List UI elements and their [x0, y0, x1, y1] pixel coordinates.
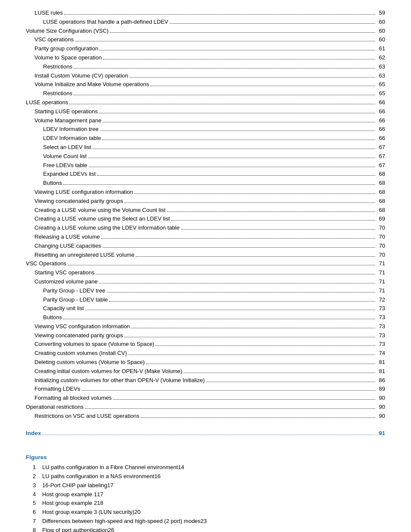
toc-entry-1: LUSE operations that handle a path-defin…: [26, 18, 385, 27]
toc-dots-36: [125, 337, 375, 337]
toc-dots-27: [136, 256, 375, 257]
toc-dots-4: [100, 50, 375, 50]
toc-entry-35: Viewing VSC configuration information 73: [26, 322, 385, 331]
toc-entry-6: Restrictions 63: [26, 62, 385, 72]
figure-text-5: Host group example 3 (LUN security): [42, 508, 134, 517]
toc-page-43: 90: [377, 394, 385, 403]
toc-entry-43: Formatting all blocked volumes 90: [26, 394, 385, 403]
toc-dots-13: [100, 131, 375, 131]
figure-entry-1: 2 LU paths configuration in a NAS enviro…: [26, 472, 385, 481]
toc-page-42: 89: [377, 385, 385, 394]
toc-entry-text-10: LUSE operations: [26, 98, 68, 107]
toc-entry-15: Select an LDEV list 67: [26, 143, 385, 152]
toc-entry-text-3: VSC operations: [34, 35, 74, 44]
toc-page-17: 67: [377, 161, 385, 170]
figure-entry-0: 1 LU paths configuration in a Fibre Chan…: [26, 463, 385, 472]
toc-entry-text-13: LDEV Information tree: [43, 125, 99, 134]
toc-entry-19: Buttons 68: [26, 179, 385, 188]
figure-page-5: 20: [134, 508, 140, 517]
toc-entry-text-19: Buttons: [43, 179, 62, 188]
toc-entry-text-7: Install Custom Volume (CV) operation: [34, 72, 128, 81]
toc-page-32: 72: [377, 296, 385, 305]
toc-dots-38: [128, 355, 375, 355]
toc-entry-12: Volume Management pane 66: [26, 116, 385, 125]
figure-entry-2: 3 16-Port CHIP pair labeling 17: [26, 481, 385, 490]
toc-entry-text-37: Converting volumes to space (Volume to S…: [34, 340, 154, 349]
figure-entry-7: 8 Flow of port authentication 26: [26, 526, 385, 532]
figure-num-2: 3: [33, 481, 40, 490]
toc-page-12: 66: [377, 116, 385, 125]
figures-heading: Figures: [26, 454, 385, 460]
toc-entry-20: Viewing LUSE configuration information 6…: [26, 188, 385, 197]
toc-entry-36: Viewing concatenated parity groups 73: [26, 331, 385, 340]
toc-page-31: 71: [377, 286, 385, 296]
toc-dots-21: [125, 202, 375, 203]
toc-entry-text-33: Capacity unit list: [43, 304, 84, 313]
toc-entry-text-38: Creating custom volumes (Install CV): [34, 349, 127, 358]
toc-entry-9: Restrictions 65: [26, 89, 385, 98]
toc-entry-text-31: Parity Group - LDEV tree: [43, 286, 106, 296]
toc-dots-17: [89, 167, 375, 167]
toc-entry-text-27: Resetting an unregistered LUSE volume: [34, 251, 134, 260]
index-label: Index: [26, 429, 41, 438]
toc-entry-31: Parity Group - LDEV tree 71: [26, 286, 385, 296]
index-dots: [42, 435, 375, 435]
toc-entry-text-0: LUSE rules: [34, 9, 63, 18]
toc-entry-3: VSC operations 60: [26, 35, 385, 44]
figure-entry-6: 7 Differences between high-speed and hig…: [26, 517, 385, 526]
toc-page-2: 60: [377, 27, 385, 36]
toc-entry-37: Converting volumes to space (Volume to S…: [26, 340, 385, 349]
toc-entry-text-40: Creating initial custom volumes for OPEN…: [34, 367, 182, 376]
figure-text-3: Host group example 1: [42, 490, 97, 499]
toc-page-3: 60: [377, 35, 385, 44]
toc-entry-text-12: Volume Management pane: [34, 116, 101, 125]
toc-dots-20: [134, 193, 375, 194]
toc-entry-text-42: Formatting LDEVs: [34, 385, 80, 394]
toc-entry-24: Creating a LUSE volume using the LDEV in…: [26, 224, 385, 233]
toc-entry-text-34: Buttons: [43, 313, 62, 322]
toc-entry-text-14: LDEV Information table: [43, 134, 101, 143]
toc-page-8: 65: [377, 80, 385, 89]
toc-page-38: 74: [377, 349, 385, 358]
toc-dots-14: [102, 140, 375, 140]
toc-page-5: 62: [377, 53, 385, 62]
toc-dots-37: [156, 345, 375, 346]
figure-page-0: 14: [178, 463, 184, 472]
toc-dots-11: [99, 113, 375, 113]
toc-page-25: 70: [377, 233, 385, 242]
toc-page-45: 90: [377, 412, 385, 421]
figure-num-5: 6: [33, 508, 40, 517]
toc-page-1: 60: [377, 18, 385, 27]
toc-entry-text-26: Changing LUSE capacities: [34, 242, 101, 251]
toc-dots-7: [129, 77, 375, 78]
toc-dots-40: [184, 373, 375, 373]
toc-entry-30: Customized volume pane 71: [26, 277, 385, 286]
toc-page-20: 68: [377, 188, 385, 197]
toc-entry-17: Free LDEVs table 67: [26, 161, 385, 170]
toc-page-19: 68: [377, 179, 385, 188]
toc-entry-text-20: Viewing LUSE configuration information: [34, 188, 133, 197]
toc-page-7: 63: [377, 72, 385, 81]
toc-page-13: 66: [377, 125, 385, 134]
toc-entry-text-15: Select an LDEV list: [43, 143, 91, 152]
toc-page-0: 59: [377, 9, 385, 18]
toc-entry-text-16: Volume Count list: [43, 152, 87, 161]
toc-page-6: 63: [377, 62, 385, 72]
toc-page-21: 68: [377, 197, 385, 206]
toc-page-24: 70: [377, 224, 385, 233]
toc-entry-text-1: LUSE operations that handle a path-defin…: [43, 18, 168, 27]
toc-entry-40: Creating initial custom volumes for OPEN…: [26, 367, 385, 376]
toc-entry-8: Volume Initialize and Make Volume operat…: [26, 80, 385, 89]
toc-entry-text-18: Expanded LDEVs list: [43, 170, 96, 179]
index-section: Index 91: [26, 429, 385, 438]
toc-entry-text-35: Viewing VSC configuration information: [34, 322, 130, 331]
toc-page-36: 73: [377, 331, 385, 340]
toc-page-9: 65: [377, 89, 385, 98]
toc-entry-4: Parity group configuration 61: [26, 44, 385, 53]
toc-entry-14: LDEV Information table 66: [26, 134, 385, 143]
index-page: 91: [377, 429, 385, 438]
toc-dots-24: [181, 229, 375, 230]
toc-page-44: 90: [377, 403, 385, 412]
toc-entry-32: Parity Group - LDEV table 72: [26, 296, 385, 305]
toc-dots-44: [85, 408, 375, 409]
